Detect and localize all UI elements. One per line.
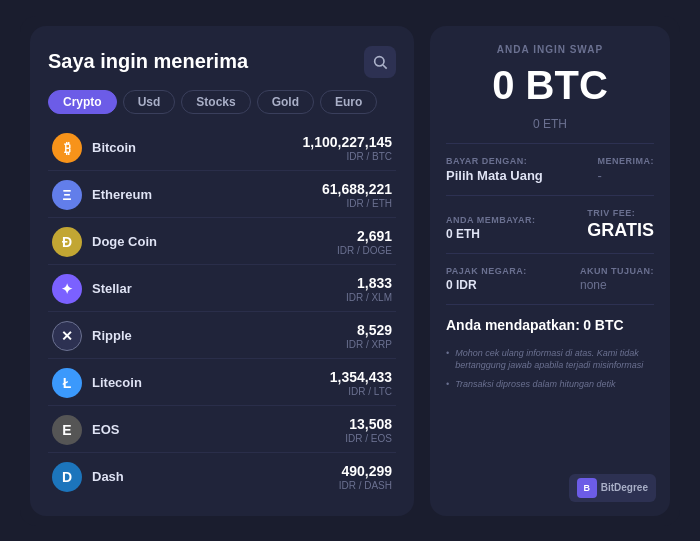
akun-col: Akun Tujuan: none [580,266,654,292]
crypto-item[interactable]: ✕ Ripple 8,529 IDR / XRP [48,314,396,359]
crypto-price: 8,529 [346,322,392,338]
pajak-row: Pajak Negara: 0 IDR Akun Tujuan: none [446,266,654,292]
crypto-right: 2,691 IDR / DOGE [337,228,392,256]
info-item-2: • Transaksi diproses dalam hitungan deti… [446,378,654,391]
crypto-label: IDR / XLM [346,292,392,303]
crypto-item[interactable]: Ð Doge Coin 2,691 IDR / DOGE [48,220,396,265]
divider2 [446,195,654,196]
crypto-left: ✕ Ripple [52,321,132,351]
crypto-price: 1,100,227,145 [302,134,392,150]
svg-point-0 [375,56,384,65]
info-text-2: Transaksi diproses dalam hitungan detik [455,378,615,391]
bitdegree-badge: B BitDegree [569,474,656,502]
info-text-1: Mohon cek ulang informasi di atas. Kami … [455,347,654,372]
crypto-icon: Ð [52,227,82,257]
menerima-label: Menerima: [598,156,655,166]
crypto-name: Stellar [92,281,132,296]
pajak-col: Pajak Negara: 0 IDR [446,266,527,292]
crypto-label: IDR / DOGE [337,245,392,256]
bayar-value[interactable]: Pilih Mata Uang [446,168,543,183]
swap-amount: 0 BTC [446,65,654,105]
crypto-item[interactable]: D Dash 490,299 IDR / DASH [48,455,396,496]
pajak-value: 0 IDR [446,278,527,292]
divider1 [446,143,654,144]
filter-tabs: CryptoUsdStocksGoldEuro [48,90,396,114]
crypto-name: Ripple [92,328,132,343]
crypto-right: 1,354,433 IDR / LTC [330,369,392,397]
crypto-item[interactable]: Ł Litecoin 1,354,433 IDR / LTC [48,361,396,406]
filter-tab-gold[interactable]: Gold [257,90,314,114]
crypto-price: 61,688,221 [322,181,392,197]
pajak-label: Pajak Negara: [446,266,527,276]
bullet-2: • [446,378,449,391]
page-title: Saya ingin menerima [48,50,248,73]
app-container: Saya ingin menerima CryptoUsdStocksGoldE… [20,16,680,526]
crypto-right: 1,833 IDR / XLM [346,275,392,303]
search-button[interactable] [364,46,396,78]
triw-label: Triv fee: [587,208,654,218]
bayar-col: Bayar dengan: Pilih Mata Uang [446,156,543,183]
crypto-icon: D [52,462,82,492]
crypto-icon: Ξ [52,180,82,210]
bayar-row: Bayar dengan: Pilih Mata Uang Menerima: … [446,156,654,183]
crypto-left: D Dash [52,462,124,492]
crypto-icon: ₿ [52,133,82,163]
mendapatkan-value: 0 BTC [583,317,623,333]
crypto-item[interactable]: ✦ Stellar 1,833 IDR / XLM [48,267,396,312]
crypto-label: IDR / EOS [345,433,392,444]
crypto-left: Ξ Ethereum [52,180,152,210]
crypto-name: Bitcoin [92,140,136,155]
filter-tab-usd[interactable]: Usd [123,90,176,114]
crypto-icon: E [52,415,82,445]
right-panel: ANDA INGIN SWAP 0 BTC 0 ETH Bayar dengan… [430,26,670,516]
crypto-label: IDR / XRP [346,339,392,350]
crypto-right: 8,529 IDR / XRP [346,322,392,350]
left-panel: Saya ingin menerima CryptoUsdStocksGoldE… [30,26,414,516]
crypto-right: 13,508 IDR / EOS [345,416,392,444]
membayar-col: Anda membayar: 0 ETH [446,215,536,241]
mendapatkan-label: Anda mendapatkan: [446,317,580,333]
crypto-icon: ✕ [52,321,82,351]
crypto-right: 61,688,221 IDR / ETH [322,181,392,209]
membayar-value: 0 ETH [446,227,536,241]
crypto-item[interactable]: E EOS 13,508 IDR / EOS [48,408,396,453]
menerima-col: Menerima: - [598,156,655,183]
menerima-value: - [598,168,655,183]
filter-tab-stocks[interactable]: Stocks [181,90,250,114]
crypto-label: IDR / LTC [330,386,392,397]
crypto-item[interactable]: ₿ Bitcoin 1,100,227,145 IDR / BTC [48,126,396,171]
info-item-1: • Mohon cek ulang informasi di atas. Kam… [446,347,654,372]
crypto-label: IDR / BTC [302,151,392,162]
info-list: • Mohon cek ulang informasi di atas. Kam… [446,347,654,391]
crypto-name: Litecoin [92,375,142,390]
bayar-label: Bayar dengan: [446,156,543,166]
crypto-label: IDR / DASH [339,480,392,491]
crypto-price: 1,833 [346,275,392,291]
crypto-item[interactable]: Ξ Ethereum 61,688,221 IDR / ETH [48,173,396,218]
crypto-left: Ł Litecoin [52,368,142,398]
crypto-left: Ð Doge Coin [52,227,157,257]
filter-tab-euro[interactable]: Euro [320,90,377,114]
crypto-price: 13,508 [345,416,392,432]
filter-tab-crypto[interactable]: Crypto [48,90,117,114]
crypto-left: ✦ Stellar [52,274,132,304]
crypto-name: EOS [92,422,119,437]
crypto-price: 2,691 [337,228,392,244]
akun-value: none [580,278,654,292]
crypto-left: ₿ Bitcoin [52,133,136,163]
crypto-name: Ethereum [92,187,152,202]
crypto-left: E EOS [52,415,119,445]
swap-sub: 0 ETH [446,117,654,131]
triw-value: GRATIS [587,220,654,241]
crypto-right: 490,299 IDR / DASH [339,463,392,491]
crypto-right: 1,100,227,145 IDR / BTC [302,134,392,162]
divider3 [446,253,654,254]
mendapatkan-row: Anda mendapatkan: 0 BTC [446,317,654,333]
membayar-row: Anda membayar: 0 ETH Triv fee: GRATIS [446,208,654,241]
crypto-price: 490,299 [339,463,392,479]
akun-label: Akun Tujuan: [580,266,654,276]
crypto-icon: ✦ [52,274,82,304]
crypto-list: ₿ Bitcoin 1,100,227,145 IDR / BTC Ξ Ethe… [48,126,396,496]
divider4 [446,304,654,305]
search-icon [372,54,388,70]
